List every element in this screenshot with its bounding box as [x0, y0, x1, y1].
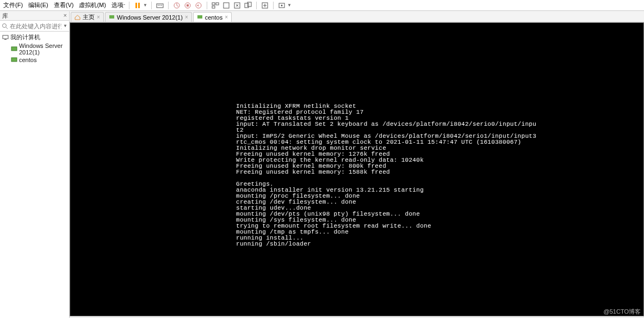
svg-rect-3: [158, 5, 159, 5]
vm-icon: [109, 14, 115, 20]
vm-console[interactable]: Initializing XFRM netlink socket NET: Re…: [70, 22, 644, 316]
watermark: @51CTO博客: [604, 308, 641, 316]
tree-item-winserver[interactable]: Windows Server 2012(1): [1, 42, 68, 56]
svg-rect-13: [224, 3, 229, 8]
svg-rect-11: [216, 3, 219, 5]
svg-rect-16: [247, 2, 251, 7]
vm-icon: [11, 46, 17, 52]
svg-rect-26: [197, 15, 202, 19]
snapshot-manage-icon[interactable]: [183, 1, 192, 10]
tree-root[interactable]: 我的计算机: [1, 33, 68, 42]
menu-edit[interactable]: 编辑(E): [27, 1, 49, 9]
menu-view[interactable]: 查看(V): [53, 1, 75, 9]
thumbnail-icon[interactable]: [211, 1, 220, 10]
search-row: ▼: [0, 21, 70, 32]
dropdown-icon[interactable]: ▼: [61, 23, 69, 28]
tab-label: 主页: [83, 13, 95, 21]
svg-rect-1: [138, 3, 140, 8]
svg-rect-4: [159, 5, 160, 5]
search-icon: [2, 23, 8, 29]
tab-winserver[interactable]: Windows Server 2012(1) ×: [105, 12, 192, 22]
tree-item-label: centos: [19, 57, 36, 63]
svg-rect-12: [212, 6, 215, 8]
tools-icon[interactable]: [277, 1, 286, 10]
svg-rect-21: [3, 35, 8, 39]
vm-tree: 我的计算机 Windows Server 2012(1) centos: [0, 32, 70, 318]
svg-rect-24: [11, 58, 17, 62]
close-icon[interactable]: ×: [64, 12, 67, 19]
send-keys-icon[interactable]: [156, 1, 164, 10]
dropdown-icon[interactable]: ▼: [143, 3, 147, 8]
menu-vm[interactable]: 虚拟机(M): [78, 1, 107, 9]
vm-icon: [197, 14, 203, 20]
pause-icon[interactable]: [133, 1, 142, 10]
svg-rect-23: [11, 47, 17, 51]
stretch-icon[interactable]: [261, 1, 269, 10]
svg-point-19: [281, 4, 282, 6]
sidebar-title: 库: [2, 13, 8, 19]
tab-home[interactable]: 主页 ×: [71, 12, 104, 22]
tab-centos[interactable]: centos ×: [193, 12, 232, 22]
snapshot-revert-icon[interactable]: [194, 1, 203, 10]
svg-rect-22: [4, 39, 7, 40]
single-view-icon[interactable]: [222, 1, 231, 10]
close-icon[interactable]: ×: [97, 14, 100, 20]
computer-icon: [2, 34, 9, 41]
svg-rect-15: [245, 3, 249, 8]
tree-root-label: 我的计算机: [10, 33, 40, 41]
toolbar: ▼ ▼: [125, 0, 294, 11]
tab-label: Windows Server 2012(1): [117, 14, 183, 21]
dropdown-icon[interactable]: ▼: [287, 3, 292, 8]
svg-rect-25: [109, 15, 114, 19]
svg-rect-10: [212, 3, 215, 5]
svg-point-20: [3, 23, 7, 27]
tab-label: centos: [205, 14, 222, 21]
svg-rect-5: [161, 5, 162, 5]
close-icon[interactable]: ×: [225, 14, 228, 20]
snapshot-icon[interactable]: [172, 1, 181, 10]
search-input[interactable]: [10, 23, 61, 29]
svg-rect-2: [157, 4, 163, 8]
svg-rect-8: [187, 4, 189, 7]
home-icon: [75, 14, 81, 20]
menu-bar: 文件(F) 编辑(E) 查看(V) 虚拟机(M) 选项卡(T) 帮助(H): [0, 0, 644, 11]
fullscreen-icon[interactable]: [233, 1, 242, 10]
tab-bar: 主页 × Windows Server 2012(1) × centos ×: [70, 11, 644, 22]
menu-file[interactable]: 文件(F): [2, 1, 24, 9]
sidebar-header: 库 ×: [0, 11, 70, 21]
unity-icon[interactable]: [244, 1, 252, 10]
tree-item-label: Windows Server 2012(1): [19, 42, 67, 56]
close-icon[interactable]: ×: [185, 14, 188, 20]
vm-icon: [11, 57, 17, 63]
svg-rect-0: [135, 3, 137, 8]
tree-item-centos[interactable]: centos: [1, 56, 68, 64]
